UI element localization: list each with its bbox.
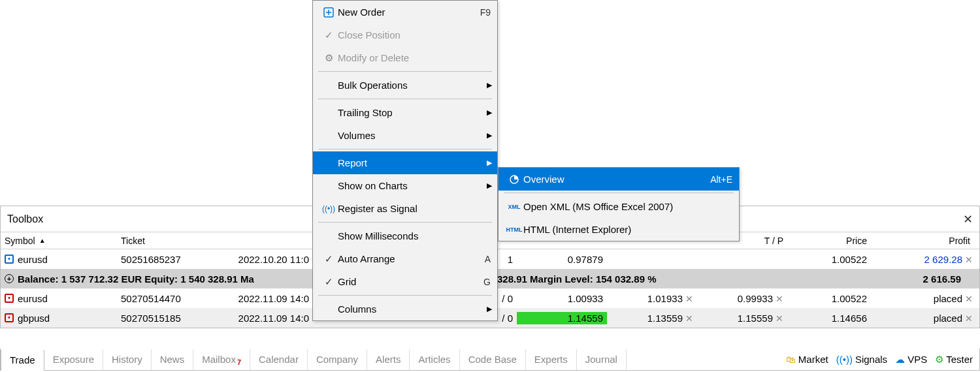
menu-new-order[interactable]: New Order F9 [313,1,497,23]
submenu-arrow-icon: ▶ [487,131,492,140]
expand-icon[interactable]: + [5,274,14,283]
menu-close-position: ✓ Close Position [313,23,497,46]
check-icon: ✓ [319,253,338,265]
signal-icon: ((•)) [319,204,338,213]
col-symbol[interactable]: Symbol▲ [1,232,117,249]
gear-icon: ⚙ [935,354,943,365]
menu-modify-delete: ⚙ Modify or Delete [313,46,497,69]
menu-report[interactable]: Report ▶ [313,151,497,174]
report-submenu: Overview Alt+E XML Open XML (MS Office E… [498,167,740,241]
menu-separator [318,71,492,72]
submenu-html[interactable]: HTML HTML (Internet Explorer) [498,218,739,241]
close-icon[interactable]: ✕ [965,294,973,304]
html-icon: HTML [505,226,523,233]
submenu-arrow-icon: ▶ [487,181,492,190]
menu-columns[interactable]: Columns ▶ [313,298,497,320]
signals-link[interactable]: ((•))Signals [836,354,887,365]
col-time[interactable] [221,232,313,249]
submenu-arrow-icon: ▶ [487,305,492,313]
submenu-overview[interactable]: Overview Alt+E [498,168,739,191]
submenu-xml[interactable]: XML Open XML (MS Office Excel 2007) [498,195,739,218]
tab-articles[interactable]: Articles [410,349,459,370]
clear-sl-icon[interactable]: ✕ [685,294,693,304]
sort-asc-icon: ▲ [39,237,46,244]
menu-trailing-stop[interactable]: Trailing Stop ▶ [313,101,497,124]
menu-bulk-operations[interactable]: Bulk Operations ▶ [313,74,497,97]
tab-calendar[interactable]: Calendar [250,349,308,370]
col-ticket[interactable]: Ticket [117,232,221,249]
submenu-arrow-icon: ▶ [487,108,492,117]
toolbox-title: Toolbox [7,213,43,225]
menu-separator [318,149,492,149]
order-icon: • [5,313,14,322]
xml-icon: XML [505,204,523,210]
signal-icon: ((•)) [836,354,853,365]
tab-mailbox[interactable]: Mailbox7 [193,349,250,370]
tab-history[interactable]: History [103,349,152,370]
col-price2[interactable]: Price [787,232,871,249]
context-menu: New Order F9 ✓ Close Position ⚙ Modify o… [312,0,498,321]
menu-show-on-charts[interactable]: Show on Charts ▶ [313,174,497,197]
vps-link[interactable]: ☁VPS [895,354,927,365]
mailbox-badge: 7 [237,358,241,366]
tabs-bar: Trade Exposure History News Mailbox7 Cal… [0,349,980,371]
tab-experts[interactable]: Experts [526,349,577,370]
clear-tp-icon[interactable]: ✕ [776,294,783,304]
tab-news[interactable]: News [152,349,194,370]
submenu-arrow-icon: ▶ [487,81,492,89]
clear-sl-icon[interactable]: ✕ [685,313,693,324]
close-icon[interactable]: ✕ [965,255,973,265]
tab-exposure[interactable]: Exposure [44,349,103,370]
order-icon: • [5,294,14,303]
chart-icon [505,174,523,185]
gear-icon: ⚙ [319,52,338,64]
menu-separator [318,222,492,223]
col-profit[interactable]: Profit [871,232,978,249]
market-link[interactable]: 🛍Market [786,354,828,365]
tab-journal[interactable]: Journal [577,349,627,370]
menu-separator [318,295,492,296]
tester-link[interactable]: ⚙Tester [935,354,973,365]
menu-grid[interactable]: ✓ Grid G [313,270,497,293]
menu-volumes[interactable]: Volumes ▶ [313,124,497,147]
cloud-icon: ☁ [895,354,905,365]
menu-auto-arrange[interactable]: ✓ Auto Arrange A [313,247,497,270]
menu-show-ms[interactable]: Show Milliseconds [313,225,497,247]
tab-company[interactable]: Company [308,349,367,370]
order-icon: • [5,255,14,264]
clear-tp-icon[interactable]: ✕ [776,313,783,324]
plus-box-icon [319,7,338,18]
check-icon: ✓ [319,276,338,288]
bag-icon: 🛍 [786,354,796,365]
tab-codebase[interactable]: Code Base [460,349,526,370]
close-icon[interactable]: ✕ [965,313,973,324]
statusbar: 🛍Market ((•))Signals ☁VPS ⚙Tester [786,354,979,365]
menu-separator [318,99,492,99]
submenu-arrow-icon: ▶ [487,159,492,167]
menu-separator [504,193,734,193]
tab-alerts[interactable]: Alerts [367,349,410,370]
close-icon[interactable]: ✕ [963,212,973,226]
check-icon: ✓ [319,29,338,41]
menu-register-signal[interactable]: ((•)) Register as Signal [313,197,497,220]
tab-trade[interactable]: Trade [1,350,44,371]
